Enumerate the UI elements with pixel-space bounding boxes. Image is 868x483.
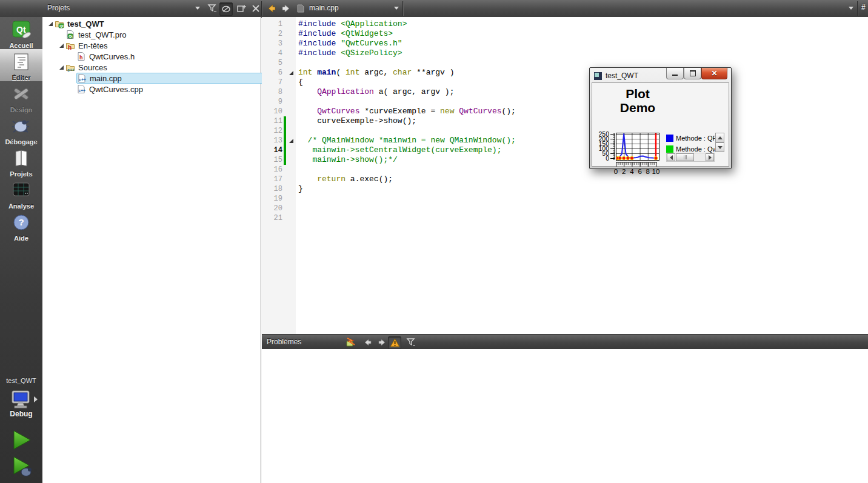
code-line[interactable]: 14 mainwin->setCentralWidget(curveExempl… — [262, 145, 868, 155]
code-line[interactable]: 4#include <QSizePolicy> — [262, 48, 868, 58]
code-line[interactable]: 8 QApplication a( argc, argv ); — [262, 87, 868, 97]
project-tree-pane: Qt test_QWT Qt test_QWT.pro h En-têtes h… — [42, 17, 261, 483]
issues-category-icon[interactable] — [344, 336, 356, 348]
filter-issues-icon[interactable] — [405, 336, 417, 348]
tree-item-test-qwt[interactable]: Qt test_QWT — [42, 18, 265, 29]
issues-pane-title[interactable]: Problèmes — [267, 338, 301, 346]
svg-text:c++: c++ — [79, 88, 85, 93]
issues-pane-content[interactable] — [262, 349, 868, 483]
chevron-down-icon[interactable] — [849, 7, 853, 10]
close-pane-icon[interactable] — [250, 2, 262, 15]
code-line[interactable]: 2#include <QtWidgets> — [262, 29, 868, 39]
code-line[interactable]: 20 — [262, 204, 868, 213]
chevron-down-icon[interactable] — [394, 7, 399, 10]
chevron-down-icon[interactable] — [195, 7, 200, 10]
kit-expand-arrow-icon[interactable] — [34, 396, 38, 402]
tree-item-main-cpp[interactable]: c++ main.cpp — [42, 73, 287, 84]
mode-tab-editer[interactable]: Éditer — [0, 49, 42, 81]
run-button[interactable] — [11, 429, 33, 451]
code-text: QwtCurves *curveExemple = new QwtCurves(… — [297, 107, 516, 116]
minimize-icon — [672, 75, 678, 76]
sync-with-editor-icon[interactable] — [219, 2, 233, 16]
line-number: 3 — [262, 39, 282, 48]
legend-vertical-scrollbar[interactable] — [715, 133, 724, 153]
fold-margin[interactable] — [286, 136, 297, 145]
active-project-label: test_QWT — [0, 377, 42, 384]
code-area[interactable]: 1#include <QApplication>2#include <QtWid… — [262, 19, 868, 223]
next-issue-icon[interactable] — [376, 336, 388, 348]
mode-tab-accueil[interactable]: Qt Accueil — [0, 17, 42, 49]
fold-margin[interactable] — [286, 68, 297, 78]
legend-horizontal-scrollbar[interactable] — [666, 153, 715, 162]
code-line[interactable]: 10 QwtCurves *curveExemple = new QwtCurv… — [262, 107, 868, 116]
tree-item-qwtcurves-cpp[interactable]: c++ QwtCurves.cpp — [42, 84, 287, 95]
code-line[interactable]: 7{ — [262, 78, 868, 87]
tree-item-test-qwt-pro[interactable]: Qt test_QWT.pro — [42, 29, 276, 40]
code-line[interactable]: 3#include "QwtCurves.h" — [262, 39, 868, 48]
open-document-name[interactable]: main.cpp — [309, 4, 339, 12]
code-line[interactable]: 1#include <QApplication> — [262, 19, 868, 29]
mode-tab-debogage[interactable]: Débogage — [0, 113, 42, 145]
expand-arrow-icon[interactable] — [58, 42, 65, 49]
design-tools-icon — [0, 85, 42, 103]
debug-run-button[interactable] — [11, 456, 33, 478]
scroll-right-button[interactable] — [706, 153, 714, 161]
show-warnings-toggle[interactable] — [388, 336, 401, 349]
projects-book-icon — [0, 149, 42, 167]
maximize-icon — [690, 70, 696, 76]
code-line[interactable]: 16 — [262, 165, 868, 175]
line-number: 19 — [262, 194, 282, 204]
plot-legend[interactable]: Methode : QPoin Methode : QwtC — [666, 133, 715, 155]
code-line[interactable]: 6int main( int argc, char **argv ) — [262, 68, 868, 78]
scrollbar-track[interactable] — [695, 153, 706, 161]
legend-item[interactable]: Methode : QPoin — [666, 133, 715, 144]
minimize-button[interactable] — [666, 68, 684, 79]
maximize-button[interactable] — [684, 68, 701, 79]
fold-margin — [286, 107, 297, 116]
navigate-forward-icon[interactable] — [280, 2, 292, 15]
x-tick-label: 4 — [630, 168, 633, 175]
qt-creator-window: { "topbar": { "project_pane_title": "Pro… — [0, 0, 868, 483]
code-line[interactable]: 18} — [262, 184, 868, 194]
mode-tab-analyse[interactable]: Analyse — [0, 178, 42, 210]
code-line[interactable]: 11 curveExemple->show(); — [262, 116, 868, 126]
code-line[interactable]: 5 — [262, 58, 868, 68]
filter-icon[interactable] — [206, 2, 218, 15]
navigate-back-icon[interactable] — [265, 2, 278, 15]
mode-tab-aide[interactable]: ? Aide — [0, 210, 42, 242]
code-line[interactable]: 13 /* QMainWindow *mainwin = new QMainWi… — [262, 136, 868, 145]
mode-tab-projets[interactable]: Projets — [0, 145, 42, 178]
code-line[interactable]: 12 — [262, 126, 868, 136]
qwt-demo-window[interactable]: test_QWT ✕ Plot Demo 250200150100500 024… — [589, 67, 732, 169]
code-text: QApplication a( argc, argv ); — [297, 87, 454, 97]
scroll-down-button[interactable] — [715, 142, 724, 152]
tree-item-sources[interactable]: c++ Sources — [42, 62, 276, 73]
toolbar-separator — [402, 1, 403, 16]
code-line[interactable]: 17 return a.exec(); — [262, 175, 868, 184]
scrollbar-thumb[interactable] — [676, 153, 694, 161]
code-line[interactable]: 15 mainwin->show();*/ — [262, 155, 868, 165]
tree-item-qwtcurves-h[interactable]: h QwtCurves.h — [42, 51, 287, 62]
project-pane-title[interactable]: Projets — [47, 4, 70, 12]
close-button[interactable]: ✕ — [701, 68, 727, 79]
scroll-left-button[interactable] — [667, 153, 675, 161]
code-text: /* QMainWindow *mainwin = new QMainWindo… — [297, 136, 516, 145]
code-line[interactable]: 21 — [262, 213, 868, 223]
fold-margin — [286, 58, 297, 68]
hash-icon[interactable]: # — [861, 3, 866, 12]
issues-pane-header: Problèmes — [262, 334, 868, 349]
code-editor[interactable]: 1#include <QApplication>2#include <QtWid… — [262, 17, 868, 334]
expand-arrow-icon[interactable] — [58, 64, 65, 71]
code-line[interactable]: 9 — [262, 97, 868, 107]
code-text: } — [297, 184, 303, 194]
tree-item-en-tetes[interactable]: h En-têtes — [42, 40, 276, 51]
split-icon[interactable] — [235, 2, 247, 15]
fold-margin — [286, 155, 297, 165]
previous-issue-icon[interactable] — [361, 336, 373, 348]
expand-arrow-icon[interactable] — [47, 20, 55, 27]
code-line[interactable]: 19 — [262, 194, 868, 204]
kit-selector-button[interactable] — [7, 390, 35, 410]
scroll-up-button[interactable] — [715, 133, 724, 142]
line-number: 18 — [262, 184, 282, 194]
plot-canvas[interactable] — [616, 133, 659, 161]
